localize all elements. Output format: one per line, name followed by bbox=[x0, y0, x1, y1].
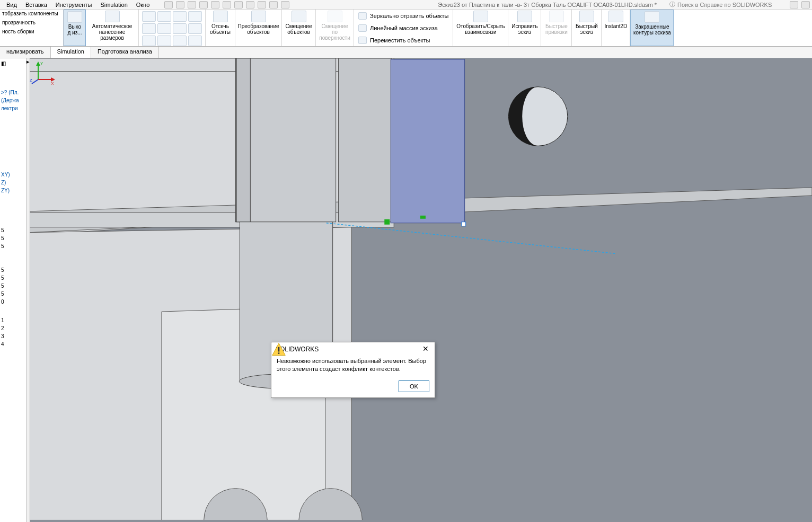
ribbon-exit-sketch[interactable]: Выхо д из... bbox=[64, 10, 86, 46]
qat-open-icon[interactable] bbox=[188, 1, 196, 8]
polygon-tool-icon[interactable] bbox=[157, 36, 171, 46]
tree-n-5f[interactable]: 5 bbox=[0, 282, 26, 290]
svg-rect-12 bbox=[391, 59, 464, 223]
ribbon-convert[interactable]: Преобразование объектов bbox=[235, 10, 282, 46]
user-icon[interactable] bbox=[801, 1, 810, 8]
ribbon-instant2d[interactable]: Instant2D bbox=[602, 10, 630, 46]
dialog-footer: OK bbox=[271, 377, 435, 397]
dialog-ok-button[interactable]: OK bbox=[399, 381, 429, 392]
ribbon-show-hide-relations[interactable]: Отобразить/Скрыть взаимосвязи bbox=[453, 10, 508, 46]
relations-icon bbox=[473, 11, 488, 22]
menu-tools[interactable]: Инструменты bbox=[51, 2, 96, 8]
ribbon-offset-surface: Смещение по поверхности bbox=[316, 10, 354, 46]
tree-icon-row[interactable]: ◧ bbox=[0, 59, 26, 67]
ribbon-pattern-group: Зеркально отразить объекты Линейный масс… bbox=[354, 10, 453, 46]
search-icon[interactable] bbox=[790, 1, 798, 8]
ribbon-quick-sketch[interactable]: Быстрый эскиз bbox=[572, 10, 602, 46]
ribbon-repair-label: Исправить эскиз bbox=[510, 23, 539, 35]
ribbon-move[interactable]: Переместить объекты bbox=[358, 37, 448, 44]
qat-select-icon[interactable] bbox=[246, 1, 254, 8]
ribbon-show-hide-label: Отобразить/Скрыть взаимосвязи bbox=[455, 23, 506, 35]
qat-home-icon[interactable] bbox=[164, 1, 173, 8]
tree-item-2[interactable]: (Держа bbox=[0, 96, 26, 104]
tree-n-4[interactable]: 4 bbox=[0, 340, 26, 348]
fillet-tool-icon[interactable] bbox=[188, 11, 202, 22]
ribbon-show-components[interactable]: тобразить компоненты bbox=[2, 11, 58, 16]
tab-simulation[interactable]: Simulation bbox=[51, 47, 91, 58]
tab-analyze[interactable]: нализировать bbox=[0, 47, 51, 58]
tree-n-5c[interactable]: 5 bbox=[0, 242, 26, 250]
qat-options-icon[interactable] bbox=[269, 1, 278, 8]
ribbon-mirror[interactable]: Зеркально отразить объекты bbox=[358, 12, 448, 20]
line-tool-icon[interactable] bbox=[142, 11, 156, 22]
help-search-input[interactable] bbox=[677, 2, 783, 8]
ribbon-quick-snaps: Быстрые привязки bbox=[541, 10, 572, 46]
menu-view[interactable]: Вид bbox=[2, 2, 21, 8]
menu-simulation[interactable]: Simulation bbox=[96, 2, 131, 8]
ribbon-repair-sketch[interactable]: Исправить эскиз bbox=[508, 10, 541, 46]
qat-new-icon[interactable] bbox=[176, 1, 184, 8]
point-tool-icon[interactable] bbox=[173, 36, 187, 46]
dialog-close-button[interactable]: ✕ bbox=[421, 344, 430, 354]
rect-tool-icon[interactable] bbox=[142, 23, 156, 34]
qat-undo-icon[interactable] bbox=[223, 1, 231, 8]
dialog-titlebar[interactable]: SOLIDWORKS ✕ bbox=[271, 342, 435, 356]
ribbon-assembly-fit[interactable]: ность сборки bbox=[2, 29, 34, 34]
svg-text:X: X bbox=[51, 81, 54, 85]
ribbon-linear-pattern[interactable]: Линейный массив эскиза bbox=[358, 24, 448, 32]
tree-n-5a[interactable]: 5 bbox=[0, 226, 26, 234]
circle-tool-icon[interactable] bbox=[157, 11, 171, 22]
tree-plane-xz[interactable]: Z) bbox=[0, 179, 26, 187]
qat-redo-icon[interactable] bbox=[234, 1, 243, 8]
menu-window[interactable]: Окно bbox=[132, 2, 154, 8]
coord-triad: Y X Z bbox=[30, 58, 56, 85]
instant2d-icon bbox=[608, 11, 623, 22]
help-search[interactable]: ⓘ bbox=[666, 1, 787, 8]
tree-n-2[interactable]: 2 bbox=[0, 324, 26, 332]
ribbon-transparency[interactable]: прозрачность bbox=[2, 20, 36, 25]
ribbon-shaded-contours[interactable]: Закрашенные контуры эскиза bbox=[630, 10, 674, 46]
slot-tool-icon[interactable] bbox=[142, 36, 156, 46]
ribbon-move-label: Переместить объекты bbox=[370, 37, 430, 43]
svg-rect-28 bbox=[278, 352, 280, 354]
ellipse-tool-icon[interactable] bbox=[173, 23, 187, 34]
ribbon-trim[interactable]: Отсечь объекты bbox=[206, 10, 235, 46]
tree-n-5b[interactable]: 5 bbox=[0, 234, 26, 242]
trim-icon bbox=[213, 11, 228, 22]
arc-tool-icon[interactable] bbox=[157, 23, 171, 34]
tree-n-5g[interactable]: 5 bbox=[0, 290, 26, 298]
tree-n-3[interactable]: 3 bbox=[0, 332, 26, 340]
quick-sketch-icon bbox=[579, 11, 594, 22]
ribbon-trim-label: Отсечь объекты bbox=[208, 23, 233, 35]
svg-text:Z: Z bbox=[30, 78, 32, 83]
qat-extra-icon[interactable] bbox=[281, 1, 289, 8]
menu-insert[interactable]: Вставка bbox=[21, 2, 51, 8]
plane-tool-icon[interactable] bbox=[188, 36, 202, 46]
tree-plane-xy[interactable]: XY) bbox=[0, 171, 26, 179]
tree-n-5d[interactable]: 5 bbox=[0, 266, 26, 274]
tree-n-5e[interactable]: 5 bbox=[0, 274, 26, 282]
text-tool-icon[interactable] bbox=[188, 23, 202, 34]
ribbon-auto-dimension[interactable]: Автоматическое нанесение размеров bbox=[86, 10, 139, 46]
help-icon: ⓘ bbox=[669, 1, 675, 8]
tree-item-3[interactable]: лектри bbox=[0, 104, 26, 112]
spline-tool-icon[interactable] bbox=[173, 11, 187, 22]
svg-rect-8 bbox=[236, 58, 250, 222]
warning-icon bbox=[271, 342, 286, 357]
svg-rect-27 bbox=[278, 347, 280, 352]
viewport-3d[interactable]: Y X Z SOLIDWORKS ✕ Невозможно использова… bbox=[30, 58, 812, 522]
tree-item-1[interactable]: >? (Пл. bbox=[0, 89, 26, 96]
feature-tree-panel[interactable]: ◧ >? (Пл. (Держа лектри XY) Z) ZY) 5 5 5… bbox=[0, 58, 27, 522]
qat-rebuild-icon[interactable] bbox=[258, 1, 266, 8]
dialog-message: Невозможно использовать выбранный элемен… bbox=[277, 357, 429, 373]
ribbon-linear-pattern-label: Линейный массив эскиза bbox=[370, 25, 438, 31]
tab-analysis-prep[interactable]: Подготовка анализа bbox=[91, 47, 159, 58]
tree-n-0[interactable]: 0 bbox=[0, 298, 26, 306]
qat-save-icon[interactable] bbox=[199, 1, 208, 8]
tree-n-1[interactable]: 1 bbox=[0, 316, 26, 324]
ribbon-offset[interactable]: Смещение объектов bbox=[282, 10, 316, 46]
tree-plane-zy[interactable]: ZY) bbox=[0, 187, 26, 194]
qat-print-icon[interactable] bbox=[211, 1, 219, 8]
main-area: ◧ >? (Пл. (Держа лектри XY) Z) ZY) 5 5 5… bbox=[0, 58, 812, 522]
exit-sketch-icon bbox=[67, 11, 82, 23]
